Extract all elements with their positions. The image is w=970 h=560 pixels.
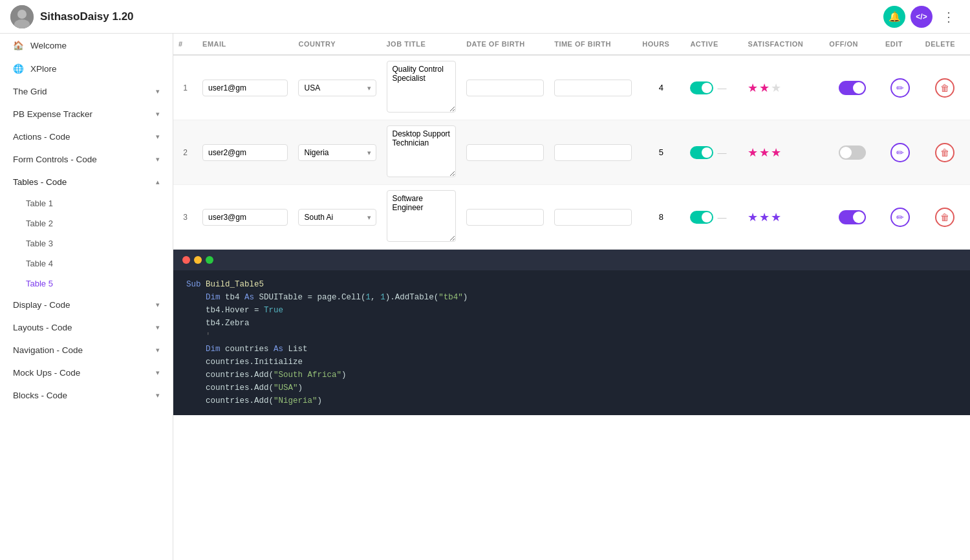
main-content: # EMAIL COUNTRY JOB TITLE DATE OF BIRTH … (173, 34, 970, 560)
star3[interactable]: ★ (771, 145, 781, 160)
table-header-row: # EMAIL COUNTRY JOB TITLE DATE OF BIRTH … (173, 34, 970, 55)
chevron-down-icon: ▾ (156, 87, 160, 96)
row2-tob-input[interactable] (554, 144, 632, 161)
code-line-10: countries.Add("Nigeria") (186, 394, 957, 407)
sidebar-item-display[interactable]: Display - Code ▾ (0, 294, 173, 316)
row3-job-textarea[interactable]: Software Engineer (387, 190, 457, 242)
chevron-down-icon: ▾ (156, 391, 160, 400)
row3-country-select[interactable]: USA Nigeria South Ai (298, 209, 376, 226)
row2-job-textarea[interactable]: Desktop Support Technician (387, 125, 457, 177)
row2-dob-input[interactable] (466, 144, 544, 161)
row2-active-toggle[interactable] (690, 146, 713, 159)
row1-active-toggle[interactable] (690, 81, 713, 94)
row3-email-cell (197, 185, 293, 250)
col-header-delete: DELETE (920, 34, 970, 55)
row2-active-cell: — (685, 120, 742, 185)
star2[interactable]: ★ (759, 81, 770, 95)
row1-country-select[interactable]: USA Nigeria South Africa (298, 80, 376, 96)
row3-active-dash: — (717, 212, 726, 222)
star2[interactable]: ★ (759, 210, 770, 224)
sidebar-item-pb-expense[interactable]: PB Expense Tracker ▾ (0, 103, 173, 125)
row2-delete-button[interactable]: 🗑 (935, 143, 954, 162)
row1-num: 1 (173, 55, 197, 120)
row1-edit-button[interactable]: ✏ (890, 78, 910, 98)
row2-email-cell (197, 120, 293, 185)
star3[interactable]: ★ (771, 81, 781, 95)
star1[interactable]: ★ (748, 145, 758, 160)
sidebar-tables-label: Tables - Code (13, 177, 67, 187)
row2-country-select[interactable]: USA Nigeria South Africa (298, 144, 376, 161)
sidebar-item-tables[interactable]: Tables - Code ▴ (0, 171, 173, 193)
menu-button[interactable]: ⋮ (938, 6, 960, 28)
row2-email-input[interactable] (202, 144, 288, 161)
row3-satisfaction-cell: ★ ★ ★ (742, 185, 824, 250)
row2-off-on-toggle[interactable] (839, 145, 866, 160)
row3-dob-input[interactable] (466, 209, 544, 226)
row3-email-input[interactable] (202, 209, 288, 226)
col-header-dob: DATE OF BIRTH (461, 34, 549, 55)
col-header-job: JOB TITLE (382, 34, 462, 55)
row1-hours-cell: 4 (637, 55, 685, 120)
row1-delete-button[interactable]: 🗑 (935, 78, 954, 98)
code-button[interactable]: </> (911, 6, 932, 28)
star3[interactable]: ★ (771, 210, 781, 224)
row1-off-on-cell (824, 55, 880, 120)
row1-tob-input[interactable] (554, 80, 632, 96)
sidebar-sub-table3[interactable]: Table 3 (0, 233, 173, 253)
row3-delete-cell: 🗑 (920, 185, 970, 250)
row3-active-toggle[interactable] (690, 211, 713, 224)
sidebar-item-blocks[interactable]: Blocks - Code ▾ (0, 384, 173, 407)
row3-off-on-toggle[interactable] (839, 210, 866, 224)
row3-job-cell: Software Engineer (382, 185, 462, 250)
sidebar-item-layouts[interactable]: Layouts - Code ▾ (0, 316, 173, 339)
sidebar-sub-table2[interactable]: Table 2 (0, 213, 173, 233)
row2-tob-cell (549, 120, 637, 185)
row1-tob-cell (549, 55, 637, 120)
code-line-9: countries.Add("USA") (186, 382, 957, 394)
code-line-5: ' (186, 330, 957, 343)
chevron-down-icon: ▾ (156, 155, 160, 164)
globe-icon: 🌐 (13, 63, 24, 74)
chevron-down-icon: ▾ (156, 323, 160, 332)
chevron-down-icon: ▾ (156, 369, 160, 377)
sidebar-item-actions[interactable]: Actions - Code ▾ (0, 125, 173, 148)
sidebar-item-welcome[interactable]: 🏠 Welcome (0, 34, 173, 57)
star1[interactable]: ★ (748, 210, 758, 224)
row3-tob-input[interactable] (554, 209, 632, 226)
dot-maximize (206, 256, 213, 264)
row1-job-cell: Quality Control Specialist (382, 55, 462, 120)
col-header-active: ACTIVE (685, 34, 742, 55)
row1-dob-input[interactable] (466, 80, 544, 96)
row3-edit-button[interactable]: ✏ (890, 208, 910, 227)
sidebar-item-form-controls[interactable]: Form Controls - Code ▾ (0, 148, 173, 171)
sidebar-item-the-grid[interactable]: The Grid ▾ (0, 80, 173, 103)
sidebar-item-navigation[interactable]: Navigation - Code ▾ (0, 339, 173, 361)
star1[interactable]: ★ (748, 81, 758, 95)
sidebar-sub-table1[interactable]: Table 1 (0, 193, 173, 213)
sidebar-sub-table4[interactable]: Table 4 (0, 253, 173, 274)
row2-edit-button[interactable]: ✏ (890, 143, 910, 162)
row3-tob-cell (549, 185, 637, 250)
home-icon: 🏠 (13, 40, 24, 50)
sidebar-sub-table5[interactable]: Table 5 (0, 274, 173, 294)
dot-close (182, 256, 190, 264)
row1-off-on-toggle[interactable] (839, 81, 866, 95)
sidebar-display-label: Display - Code (13, 300, 70, 310)
col-header-tob: TIME OF BIRTH (549, 34, 637, 55)
sidebar-item-mockups[interactable]: Mock Ups - Code ▾ (0, 361, 173, 384)
row1-job-textarea[interactable]: Quality Control Specialist (387, 61, 457, 113)
col-header-email: EMAIL (197, 34, 293, 55)
code-line-6: Dim countries As List (186, 343, 957, 356)
row2-num: 2 (173, 120, 197, 185)
bell-button[interactable]: 🔔 (883, 6, 905, 28)
svg-point-1 (17, 10, 27, 19)
sidebar-item-xplore[interactable]: 🌐 XPlore (0, 57, 173, 80)
star2[interactable]: ★ (759, 145, 770, 160)
col-header-num: # (173, 34, 197, 55)
sidebar-form-controls-label: Form Controls - Code (13, 155, 97, 164)
row3-delete-button[interactable]: 🗑 (935, 208, 954, 227)
row1-active-dash: — (717, 83, 726, 93)
row1-email-input[interactable] (202, 80, 288, 96)
row3-off-on-cell (824, 185, 880, 250)
row3-num: 3 (173, 185, 197, 250)
